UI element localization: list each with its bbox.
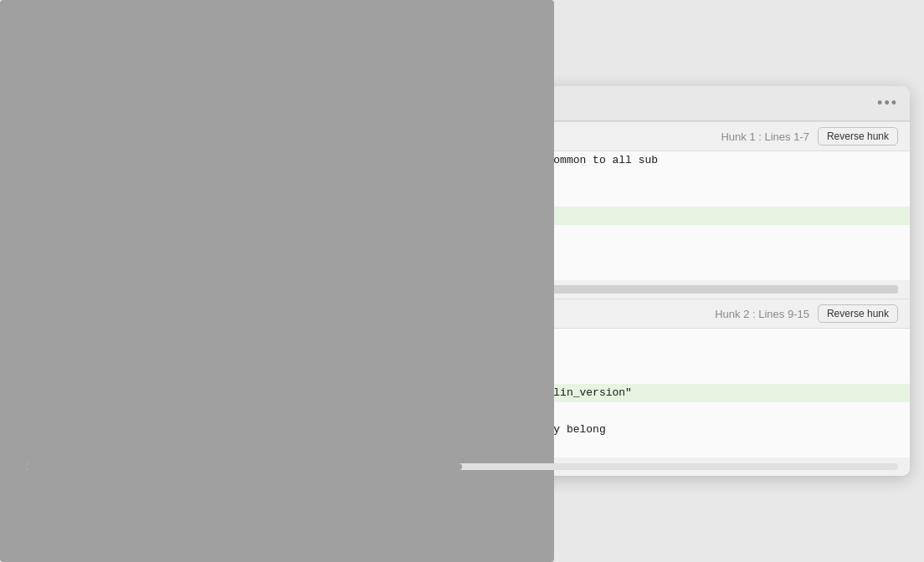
diff-container: Hunk 1 : Lines 1-7 Reverse hunk 11 // To… xyxy=(14,121,910,476)
diff-content: Hunk 1 : Lines 1-7 Reverse hunk 11 // To… xyxy=(14,121,910,476)
hunk1-reverse-button[interactable]: Reverse hunk xyxy=(818,127,898,146)
hunk-separator-1 xyxy=(26,285,898,294)
more-options-icon[interactable]: ••• xyxy=(877,95,898,112)
window: build.gradle ••• Hunk 1 : Lines 1-7 Reve… xyxy=(14,86,910,476)
scrollbar-bottom[interactable] xyxy=(26,463,898,470)
hunk1-label: Hunk 1 : Lines 1-7 xyxy=(721,130,809,143)
hunk2-label: Hunk 2 : Lines 9-15 xyxy=(715,308,809,320)
hunk2-reverse-button[interactable]: Reverse hunk xyxy=(818,304,898,323)
